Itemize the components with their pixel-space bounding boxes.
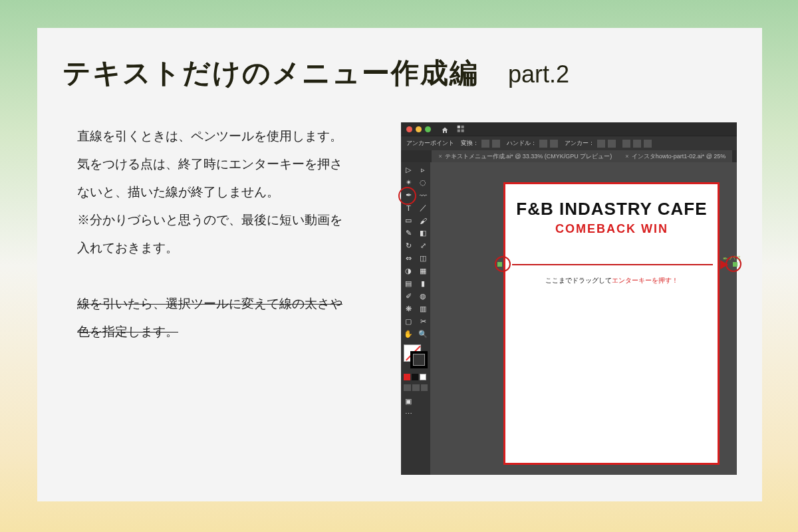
anchor-remove-icon[interactable] [597, 140, 605, 148]
rectangle-tool-icon[interactable]: ▭ [401, 214, 416, 227]
close-icon[interactable] [406, 126, 412, 132]
convert-smooth-icon[interactable] [492, 140, 500, 148]
screen-mode-icon[interactable]: ▣ [401, 395, 416, 408]
page-title: テキストだけのメニュー作成編 [63, 55, 479, 92]
artboard-title: F&B INDASTRY CAFE [505, 199, 718, 219]
annotation-line [512, 264, 713, 265]
part-label: part.2 [508, 61, 569, 88]
free-transform-tool-icon[interactable]: ◫ [416, 252, 430, 265]
artboard: F&B INDASTRY CAFE COMEBACK WIN ここまでドラッグし… [503, 182, 720, 465]
close-tab-icon[interactable]: × [625, 153, 628, 160]
lasso-tool-icon[interactable]: ◌ [416, 176, 430, 189]
eraser-tool-icon[interactable]: ◧ [416, 227, 430, 239]
ctrl-label-anchor: アンカー： [565, 139, 595, 148]
stroke-swatch-icon[interactable] [410, 351, 428, 368]
draw-mode-icon[interactable] [421, 384, 428, 391]
perspective-tool-icon[interactable]: ▦ [416, 265, 430, 277]
title-row: テキストだけのメニュー作成編 part.2 [63, 55, 737, 92]
blend-tool-icon[interactable]: ◍ [416, 290, 430, 303]
selection-tool-icon[interactable]: ▷ [401, 164, 416, 176]
article-text: 直線を引くときは、ペンツールを使用します。 気をつける点は、終了時にエンターキー… [63, 122, 388, 475]
body-row: 直線を引くときは、ペンツールを使用します。 気をつける点は、終了時にエンターキー… [63, 122, 737, 475]
paragraph-line: ※分かりづらいと思うので、最後に短い動画を [77, 206, 388, 234]
tab-label: テキストメニュー作成.ai* @ 33.33% (CMYK/GPU プレビュー) [445, 152, 612, 161]
width-tool-icon[interactable]: ⇔ [401, 252, 416, 265]
close-tab-icon[interactable]: × [438, 153, 442, 160]
handle-show-icon[interactable] [550, 140, 558, 148]
path-tooltip: ✒ パス [723, 254, 741, 263]
maximize-icon[interactable] [425, 126, 431, 132]
type-tool-icon[interactable]: T [401, 201, 416, 214]
anchor-add-icon[interactable] [608, 140, 616, 148]
ctrl-label-convert: 変換： [461, 139, 479, 148]
window-titlebar [401, 122, 737, 136]
curvature-tool-icon[interactable]: 〰 [416, 189, 430, 201]
path-tooltip-label: パス [730, 254, 741, 263]
shaper-tool-icon[interactable]: ✎ [401, 227, 416, 239]
tutorial-card: テキストだけのメニュー作成編 part.2 直線を引くときは、ペンツールを使用し… [37, 28, 762, 501]
paragraph-line: 気をつける点は、終了時にエンターキーを押さ [77, 150, 388, 178]
slice-tool-icon[interactable]: ✂ [416, 315, 430, 328]
paragraph-line: 直線を引くときは、ペンツールを使用します。 [77, 122, 388, 150]
draw-mode-icon[interactable] [412, 384, 420, 391]
draw-mode-icon[interactable] [404, 384, 411, 391]
shape-builder-tool-icon[interactable]: ◑ [401, 265, 416, 277]
symbol-sprayer-tool-icon[interactable]: ❋ [401, 303, 416, 315]
direct-selection-tool-icon[interactable]: ▹ [416, 164, 430, 176]
svg-rect-3 [462, 130, 464, 132]
eyedropper-tool-icon[interactable]: ✐ [401, 290, 416, 303]
control-bar: アンカーポイント 変換： ハンドル： アンカー： [401, 136, 737, 150]
cursor-pen-icon: ✒ [723, 255, 728, 262]
anchor-point-icon [497, 262, 502, 267]
paragraph-strike: 色を指定します。 [77, 318, 388, 346]
home-icon[interactable] [441, 125, 449, 133]
ctrl-label-anchor-point: アンカーポイント [406, 139, 454, 148]
fill-stroke-swatch[interactable] [404, 344, 428, 368]
document-tab[interactable]: × テキストメニュー作成.ai* @ 33.33% (CMYK/GPU プレビュ… [432, 150, 618, 162]
paragraph-line: ないと、描いた線が終了しません。 [77, 178, 388, 206]
artboard-tool-icon[interactable]: ▢ [401, 315, 416, 328]
edit-toolbar-icon[interactable]: ⋯ [401, 408, 416, 420]
document-tabs: × テキストメニュー作成.ai* @ 33.33% (CMYK/GPU プレビュ… [401, 150, 737, 162]
svg-rect-0 [458, 126, 460, 128]
hand-tool-icon[interactable]: ✋ [401, 328, 416, 340]
anchor-point-icon [733, 262, 737, 267]
scale-tool-icon[interactable]: ⤢ [416, 239, 430, 252]
align-icon[interactable] [622, 140, 630, 148]
tools-panel: ▷▹ ✴◌ ✒〰 T／ ▭🖌 ✎◧ ↻⤢ ⇔◫ ◑▦ ▤▮ ✐◍ ❋▥ ▢✂ ✋… [401, 162, 430, 475]
gradient-tool-icon[interactable]: ▮ [416, 277, 430, 290]
graph-tool-icon[interactable]: ▥ [416, 303, 430, 315]
svg-rect-1 [462, 126, 464, 128]
magic-wand-tool-icon[interactable]: ✴ [401, 176, 416, 189]
minimize-icon[interactable] [416, 126, 422, 132]
color-swatch[interactable] [404, 374, 410, 380]
mesh-tool-icon[interactable]: ▤ [401, 277, 416, 290]
ctrl-label-handle: ハンドル： [507, 139, 537, 148]
align-icon[interactable] [644, 140, 652, 148]
tab-label: インスタhowto-part1-02.ai* @ 25% [632, 152, 726, 161]
caption-text: ここまでドラッグして [545, 277, 612, 284]
none-swatch-icon[interactable] [420, 374, 426, 380]
pen-tool-icon[interactable]: ✒ [401, 189, 416, 201]
svg-rect-2 [458, 130, 460, 132]
paragraph-line: 入れておきます。 [77, 234, 388, 262]
document-tab[interactable]: × インスタhowto-part1-02.ai* @ 25% [618, 150, 732, 162]
convert-corner-icon[interactable] [481, 140, 489, 148]
artboard-subtitle: COMEBACK WIN [505, 222, 718, 236]
zoom-tool-icon[interactable]: 🔍 [416, 328, 430, 340]
rotate-tool-icon[interactable]: ↻ [401, 239, 416, 252]
canvas[interactable]: F&B INDASTRY CAFE COMEBACK WIN ここまでドラッグし… [430, 162, 737, 475]
paintbrush-tool-icon[interactable]: 🖌 [416, 214, 430, 227]
paragraph-strike: 線を引いたら、選択ツールに変えて線の太さや [77, 290, 388, 318]
color-swatch[interactable] [412, 374, 418, 380]
handle-cut-icon[interactable] [539, 140, 547, 148]
annotation-arrow [499, 256, 728, 273]
caption-emphasis: エンターキーを押す！ [612, 277, 678, 284]
align-icon[interactable] [633, 140, 641, 148]
illustrator-window: アンカーポイント 変換： ハンドル： アンカー： × テキストメニュー作成.ai… [401, 122, 737, 475]
illustrator-main: ▷▹ ✴◌ ✒〰 T／ ▭🖌 ✎◧ ↻⤢ ⇔◫ ◑▦ ▤▮ ✐◍ ❋▥ ▢✂ ✋… [401, 162, 737, 475]
annotation-caption: ここまでドラッグしてエンターキーを押す！ [505, 276, 718, 285]
workspace-switcher-icon[interactable] [456, 124, 466, 134]
line-tool-icon[interactable]: ／ [416, 201, 430, 214]
